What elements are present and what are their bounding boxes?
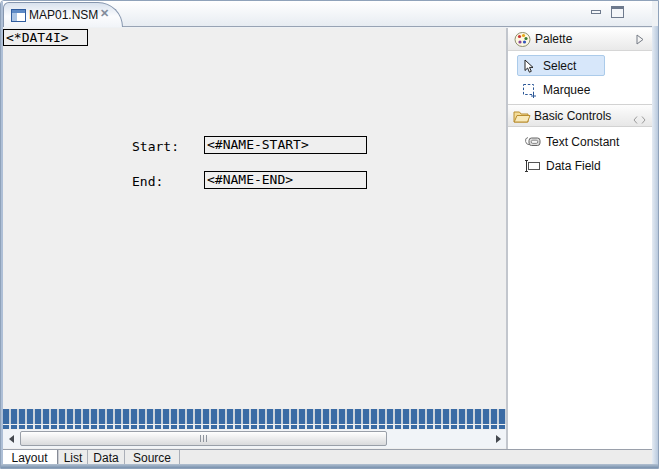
window-left-border xyxy=(1,1,3,464)
grip-icon xyxy=(203,435,204,442)
palette-panel: Palette Select Marquee Basic Contro xyxy=(508,28,654,449)
filler-row-blocks xyxy=(3,409,506,424)
minimize-icon[interactable] xyxy=(591,10,601,14)
editor-tab-title: MAP01.NSM xyxy=(29,8,98,22)
scroll-left-button[interactable] xyxy=(3,430,19,448)
window-right-border xyxy=(652,26,658,464)
palette-title: Palette xyxy=(535,32,572,46)
grip-icon xyxy=(200,435,201,442)
grip-icon xyxy=(206,435,207,442)
tool-marquee[interactable]: Marquee xyxy=(517,79,605,100)
data-field-name-start[interactable]: <#NAME-START> xyxy=(204,136,367,154)
label-icon xyxy=(524,135,542,151)
text-constant-start[interactable]: Start: xyxy=(132,139,179,154)
marquee-rect-icon xyxy=(522,83,536,101)
palette-item-label: Data Field xyxy=(546,159,601,173)
editor-tab-map01[interactable]: MAP01.NSM ✕ xyxy=(3,2,123,27)
close-icon[interactable]: ✕ xyxy=(100,7,109,20)
scrollbar-thumb[interactable] xyxy=(20,431,387,446)
expand-arrow-icon[interactable] xyxy=(636,34,644,48)
palette-section-basic-controls[interactable]: Basic Controls xyxy=(508,104,654,127)
right-arrow-icon xyxy=(496,435,501,443)
tool-marquee-label: Marquee xyxy=(543,83,590,97)
pin-chevrons-icon[interactable] xyxy=(633,113,646,127)
palette-header[interactable]: Palette xyxy=(508,28,654,51)
palette-item-label: Text Constant xyxy=(546,135,619,149)
section-title: Basic Controls xyxy=(534,109,611,123)
data-field-name-end[interactable]: <#NAME-END> xyxy=(204,171,367,189)
text-constant-end[interactable]: End: xyxy=(132,174,163,189)
editor-window: MAP01.NSM ✕ <*DAT4I> Start: <#NAME-START… xyxy=(0,0,659,469)
tool-select[interactable]: Select xyxy=(517,55,605,76)
window-bottom-border xyxy=(1,464,658,468)
palette-icon xyxy=(514,31,531,51)
cursor-arrow-icon xyxy=(522,59,535,77)
tool-select-label: Select xyxy=(543,59,576,73)
filler-row-ticks xyxy=(3,425,506,429)
open-folder-icon xyxy=(513,109,531,126)
maximize-icon[interactable] xyxy=(611,6,624,18)
map-editor-icon xyxy=(11,9,26,25)
filler-row[interactable] xyxy=(3,409,506,429)
text-field-icon xyxy=(524,159,542,176)
left-arrow-icon xyxy=(9,435,14,443)
map-layout-canvas[interactable]: <*DAT4I> Start: <#NAME-START> End: <#NAM… xyxy=(3,28,506,449)
horizontal-scrollbar[interactable] xyxy=(3,430,506,448)
system-variable-field[interactable]: <*DAT4I> xyxy=(3,29,88,46)
scroll-right-button[interactable] xyxy=(490,430,506,448)
editor-tab-bar: MAP01.NSM ✕ xyxy=(2,1,652,27)
